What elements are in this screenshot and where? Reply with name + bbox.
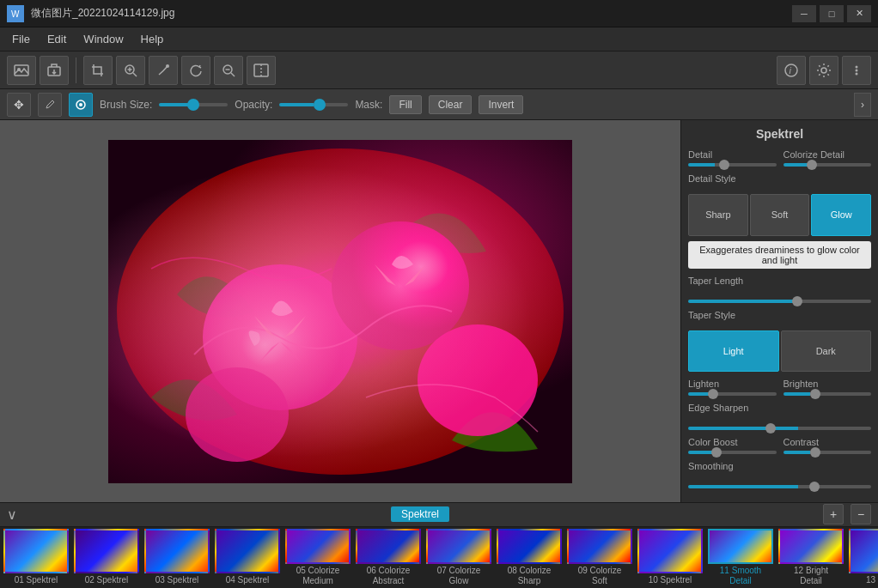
- panel-title: Spektrel: [688, 127, 871, 141]
- taper-style-row: Taper Style: [688, 310, 871, 324]
- edge-sharpen-slider[interactable]: [688, 427, 871, 430]
- opacity-slider[interactable]: [279, 103, 348, 106]
- detail-slider[interactable]: [688, 163, 777, 167]
- film-item-01[interactable]: 01 Spektrel: [2, 529, 70, 586]
- glow-button[interactable]: Glow: [811, 194, 871, 236]
- expand-subtoolbar-button[interactable]: ›: [854, 93, 871, 117]
- film-name-11: 11 SmoothDetail: [720, 566, 761, 586]
- film-item-07[interactable]: 07 ColorizeGlow: [424, 529, 493, 586]
- svg-point-28: [418, 324, 538, 436]
- film-name-04: 04 Spektrel: [226, 575, 270, 585]
- film-thumb-08: [497, 529, 562, 564]
- main-toolbar: i: [0, 52, 878, 89]
- detail-style-label: Detail Style: [688, 173, 736, 184]
- svg-point-17: [821, 68, 826, 73]
- color-boost-label: Color Boost: [688, 437, 777, 447]
- fill-button[interactable]: Fill: [389, 95, 421, 114]
- main-content: Spektrel Detail Colorize Detail Detail S…: [0, 120, 878, 502]
- edge-sharpen-label: Edge Sharpen: [688, 403, 748, 413]
- soft-button[interactable]: Soft: [750, 194, 810, 236]
- menu-file[interactable]: File: [3, 29, 39, 49]
- remove-effect-button[interactable]: −: [851, 504, 871, 524]
- film-item-13[interactable]: 13 Long: [847, 529, 878, 586]
- move-tool-button[interactable]: ✥: [7, 93, 31, 117]
- close-button[interactable]: ✕: [847, 5, 871, 22]
- rotate-tool-button[interactable]: [181, 56, 210, 85]
- menu-edit[interactable]: Edit: [39, 29, 75, 49]
- collapse-button[interactable]: ∨: [7, 506, 17, 523]
- brush-size-slider[interactable]: [159, 103, 228, 106]
- film-item-02[interactable]: 02 Spektrel: [72, 529, 141, 586]
- window-controls: ─ □ ✕: [792, 5, 871, 22]
- menu-help[interactable]: Help: [132, 29, 173, 49]
- colorize-detail-slider[interactable]: [783, 163, 872, 167]
- settings-button[interactable]: [809, 56, 838, 85]
- taper-style-label: Taper Style: [688, 310, 735, 320]
- brush-tool-button[interactable]: [69, 93, 93, 117]
- smoothing-slider[interactable]: [688, 485, 871, 488]
- zoom-in-tool-button[interactable]: [116, 56, 145, 85]
- contrast-slider[interactable]: [783, 451, 872, 454]
- eyedropper-tool-button[interactable]: [38, 93, 62, 117]
- film-item-04[interactable]: 04 Spektrel: [213, 529, 282, 586]
- film-thumb-06: [356, 529, 421, 564]
- detail-col: Detail: [688, 149, 777, 167]
- light-button[interactable]: Light: [688, 330, 779, 373]
- menu-window[interactable]: Window: [75, 29, 131, 49]
- maximize-button[interactable]: □: [820, 5, 844, 22]
- film-thumb-13: [849, 529, 878, 573]
- minimize-button[interactable]: ─: [792, 5, 816, 22]
- film-item-09[interactable]: 09 ColorizeSoft: [565, 529, 634, 586]
- svg-point-27: [186, 367, 289, 462]
- film-thumb-03: [144, 529, 210, 573]
- brighten-label: Brighten: [783, 379, 872, 389]
- film-item-12[interactable]: 12 BrightDetail: [777, 529, 845, 586]
- brighten-slider[interactable]: [783, 392, 872, 396]
- mask-label: Mask:: [355, 99, 382, 111]
- film-thumb-05: [285, 529, 351, 564]
- add-effect-button[interactable]: +: [823, 504, 844, 524]
- film-thumb-11: [708, 529, 773, 564]
- detail-style-row: Detail Style: [688, 173, 871, 187]
- film-thumb-01: [3, 529, 69, 573]
- film-item-11[interactable]: 11 SmoothDetail: [706, 529, 775, 586]
- sharp-button[interactable]: Sharp: [688, 194, 748, 236]
- film-name-13: 13 Long: [866, 575, 878, 585]
- toolbar-divider: [76, 58, 76, 83]
- filmstrip-header: ∨ Spektrel + −: [0, 503, 878, 527]
- svg-text:i: i: [790, 65, 792, 76]
- invert-button[interactable]: Invert: [479, 95, 523, 114]
- crop-tool-button[interactable]: [83, 56, 113, 85]
- svg-rect-23: [108, 140, 572, 483]
- zoom-out-tool-button[interactable]: [214, 56, 243, 85]
- lighten-slider[interactable]: [688, 392, 777, 396]
- filmstrip: 01 Spektrel 02 Spektrel 03 Spektrel 04 S…: [0, 527, 878, 588]
- more-button[interactable]: [842, 56, 871, 85]
- clear-button[interactable]: Clear: [429, 95, 473, 114]
- film-item-10[interactable]: 10 Spektrel: [636, 529, 704, 586]
- smoothing-row: Smoothing: [688, 461, 871, 488]
- color-boost-contrast-row: Color Boost Contrast: [688, 437, 871, 454]
- film-thumb-09: [567, 529, 632, 564]
- taper-style-group: Light Dark: [688, 330, 871, 373]
- film-item-08[interactable]: 08 ColorizeSharp: [495, 529, 564, 586]
- contrast-col: Contrast: [783, 437, 872, 454]
- film-name-08: 08 ColorizeSharp: [508, 566, 552, 586]
- svg-point-9: [166, 64, 169, 68]
- film-name-02: 02 Spektrel: [85, 575, 129, 585]
- film-name-05: 05 ColorizeMedium: [296, 566, 340, 586]
- film-item-05[interactable]: 05 ColorizeMedium: [284, 529, 352, 586]
- image-tool-button[interactable]: [7, 56, 36, 85]
- film-item-06[interactable]: 06 ColorizeAbstract: [354, 529, 423, 586]
- export-tool-button[interactable]: [40, 56, 69, 85]
- colorize-detail-label: Colorize Detail: [783, 149, 872, 160]
- dark-button[interactable]: Dark: [781, 330, 872, 373]
- info-button[interactable]: i: [777, 56, 806, 85]
- taper-length-slider[interactable]: [688, 300, 871, 303]
- heal-tool-button[interactable]: [149, 56, 178, 85]
- film-item-03[interactable]: 03 Spektrel: [143, 529, 211, 586]
- color-boost-slider[interactable]: [688, 451, 777, 454]
- svg-point-22: [79, 103, 82, 106]
- compare-tool-button[interactable]: [247, 56, 276, 85]
- svg-point-24: [117, 149, 564, 475]
